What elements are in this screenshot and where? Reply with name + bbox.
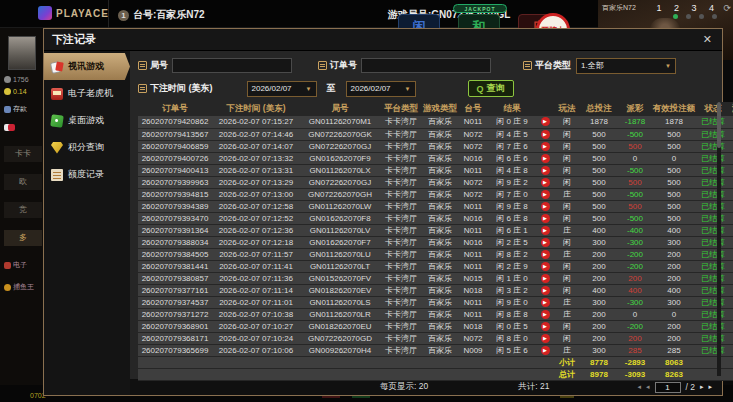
table-row[interactable]: 2602070794208622026-02-07 07:15:27GN0112… <box>138 116 733 128</box>
table-row[interactable]: 2602070793814412026-02-07 07:11:41GN0112… <box>138 260 733 272</box>
scrollbar-thumb[interactable] <box>717 102 721 148</box>
date-to-picker[interactable]: 2026/02/07▼ <box>346 81 416 97</box>
col-table: 台号 <box>458 102 488 116</box>
sidebar-item-buyuwang[interactable]: 捕鱼王 <box>4 282 34 292</box>
menu-label: 视讯游戏 <box>68 60 104 73</box>
platform-filter-label: 平台类型 <box>523 59 571 72</box>
menu-item-points-query[interactable]: 积分查询 <box>44 134 130 161</box>
per-page-label: 每页显示: 20 <box>380 381 428 393</box>
sidebar-item-kaka[interactable]: 卡卡 <box>4 146 42 162</box>
table-scrollbar[interactable] <box>717 102 721 376</box>
table-row[interactable]: 2602070793808572026-02-07 07:11:36GN0152… <box>138 272 733 284</box>
table-row[interactable]: 2602070793689012026-02-07 07:10:27GN0182… <box>138 320 733 332</box>
video-table-title: 百家乐N72 <box>602 3 636 13</box>
last-page-icon[interactable]: ▸ <box>708 383 712 391</box>
table-row[interactable]: 2602070793656992026-02-07 07:10:06GN0092… <box>138 344 733 356</box>
first-page-icon[interactable]: ◂ <box>637 383 641 391</box>
chevron-down-icon: ▼ <box>665 63 671 69</box>
table-row[interactable]: 2602070794004132026-02-07 07:13:31GN0112… <box>138 164 733 176</box>
refresh-icon[interactable]: ⟳ <box>723 3 731 13</box>
order-filter-input[interactable] <box>361 58 491 73</box>
seat-dot-4 <box>712 14 717 19</box>
date-from-value: 2026/02/07 <box>252 84 292 93</box>
sidebar-item-jing[interactable]: 竞 <box>4 202 42 218</box>
menu-item-credit-records[interactable]: 额度记录 <box>44 161 130 188</box>
query-button[interactable]: Q查询 <box>468 80 514 97</box>
subtotal-payout: -2893 <box>618 356 652 368</box>
seat-dot-1 <box>673 14 678 19</box>
replay-icon[interactable]: ▶ <box>541 178 550 187</box>
replay-icon[interactable]: ▶ <box>541 142 550 151</box>
replay-icon[interactable]: ▶ <box>541 334 550 343</box>
table-row[interactable]: 2602070794007262026-02-07 07:13:32GN0162… <box>138 152 733 164</box>
table-row[interactable]: 2602070793745372026-02-07 07:11:01GN0112… <box>138 296 733 308</box>
col-replay <box>536 102 554 116</box>
table-row[interactable]: 2602070793943892026-02-07 07:12:58GN0112… <box>138 200 733 212</box>
playace-logo-icon <box>38 6 52 20</box>
replay-icon[interactable]: ▶ <box>541 238 550 247</box>
bankcard-icon <box>4 106 11 113</box>
fish-icon <box>4 284 11 291</box>
user-id-label: 1756 <box>4 76 29 83</box>
replay-icon[interactable]: ▶ <box>541 214 550 223</box>
subtotal-bet: 8778 <box>580 356 618 368</box>
brand-logo: PLAYACE <box>38 6 109 20</box>
date-range-to-label: 至 <box>327 82 336 95</box>
table-row[interactable]: 2602070793999632026-02-07 07:13:29GN0722… <box>138 176 733 188</box>
page-number-input[interactable] <box>655 382 681 393</box>
date-from-picker[interactable]: 2026/02/07▼ <box>247 81 317 97</box>
video-game-icon-row[interactable] <box>4 124 15 131</box>
table-row[interactable]: 2602070793948152026-02-07 07:13:00GN0722… <box>138 188 733 200</box>
subtotal-row: 小计 8778 -2893 8063 <box>138 356 733 368</box>
replay-icon[interactable]: ▶ <box>541 226 550 235</box>
replay-icon[interactable]: ▶ <box>541 250 550 259</box>
replay-icon[interactable]: ▶ <box>541 274 550 283</box>
replay-icon[interactable]: ▶ <box>541 322 550 331</box>
sidebar-item-dianzi[interactable]: 电子 <box>4 260 27 270</box>
table-row[interactable]: 2602070793712722026-02-07 07:10:38GN0112… <box>138 308 733 320</box>
table-row[interactable]: 2602070794068592026-02-07 07:14:07GN0722… <box>138 140 733 152</box>
menu-item-slots[interactable]: 电子老虎机 <box>44 80 130 107</box>
replay-icon[interactable]: ▶ <box>541 117 550 126</box>
avatar <box>8 36 36 70</box>
sidebar-item-duo[interactable]: 多 <box>4 230 42 246</box>
menu-label: 额度记录 <box>68 168 104 181</box>
dice-icon <box>50 114 64 128</box>
menu-item-video-games[interactable]: 视讯游戏 <box>44 53 130 80</box>
table-row[interactable]: 2602070794135672026-02-07 07:14:46GN0722… <box>138 128 733 140</box>
table-row[interactable]: 2602070793880342026-02-07 07:12:18GN0162… <box>138 236 733 248</box>
replay-icon[interactable]: ▶ <box>541 262 550 271</box>
chevron-down-icon: ▼ <box>306 86 312 92</box>
menu-item-table-games[interactable]: 桌面游戏 <box>44 107 130 134</box>
table-row[interactable]: 2602070793934702026-02-07 07:12:52GN0162… <box>138 212 733 224</box>
table-row[interactable]: 2602070793771612026-02-07 07:11:14GN0182… <box>138 284 733 296</box>
left-rail: 1756 0.14 存款 卡卡 欧 竞 多 电子 捕鱼王 <box>0 28 43 385</box>
replay-icon[interactable]: ▶ <box>541 190 550 199</box>
next-page-icon[interactable]: ▸ <box>700 383 704 391</box>
platform-select[interactable]: 1.全部▼ <box>576 58 676 74</box>
table-row[interactable]: 2602070793845052026-02-07 07:11:57GN0112… <box>138 248 733 260</box>
replay-icon[interactable]: ▶ <box>541 154 550 163</box>
deposit-button[interactable]: 存款 <box>4 104 27 114</box>
col-result: 结果 <box>488 102 536 116</box>
table-row[interactable]: 2602070793681712026-02-07 07:10:24GN0722… <box>138 332 733 344</box>
round-filter-input[interactable] <box>172 58 292 73</box>
seat-dot-2 <box>686 14 691 19</box>
replay-icon[interactable]: ▶ <box>541 298 550 307</box>
replay-icon[interactable]: ▶ <box>541 310 550 319</box>
prev-page-icon[interactable]: ◂ <box>646 383 650 391</box>
calendar-icon <box>138 84 147 93</box>
table-number-label: 1台号:百家乐N72 <box>118 8 205 22</box>
query-button-label: 查询 <box>487 82 505 95</box>
menu-label: 积分查询 <box>68 141 104 154</box>
replay-icon[interactable]: ▶ <box>541 166 550 175</box>
replay-icon[interactable]: ▶ <box>541 202 550 211</box>
table-row[interactable]: 2602070793913642026-02-07 07:12:36GN0112… <box>138 224 733 236</box>
replay-icon[interactable]: ▶ <box>541 346 550 355</box>
replay-icon[interactable]: ▶ <box>541 286 550 295</box>
sidebar-item-ou[interactable]: 欧 <box>4 174 42 190</box>
replay-icon[interactable]: ▶ <box>541 130 550 139</box>
grand-total-payout: -3093 <box>618 368 652 380</box>
subtotal-label: 小计 <box>554 356 580 368</box>
close-icon[interactable]: ✕ <box>701 33 714 46</box>
